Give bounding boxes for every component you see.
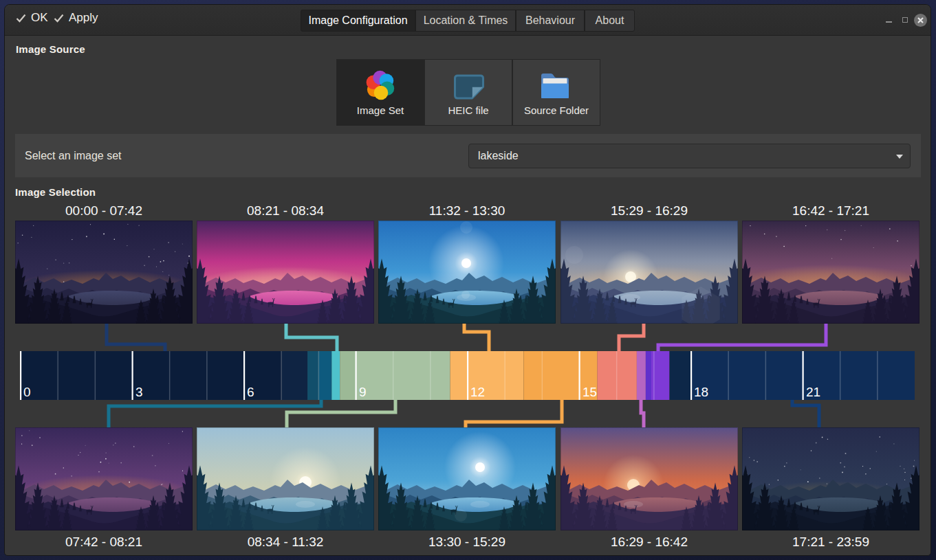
svg-text:9: 9: [359, 385, 367, 399]
svg-text:15: 15: [583, 385, 597, 399]
svg-text:3: 3: [135, 385, 143, 399]
svg-text:21: 21: [806, 385, 820, 399]
svg-text:12: 12: [470, 385, 485, 399]
svg-text:18: 18: [694, 385, 708, 399]
svg-text:0: 0: [23, 385, 31, 399]
svg-text:6: 6: [247, 385, 254, 399]
